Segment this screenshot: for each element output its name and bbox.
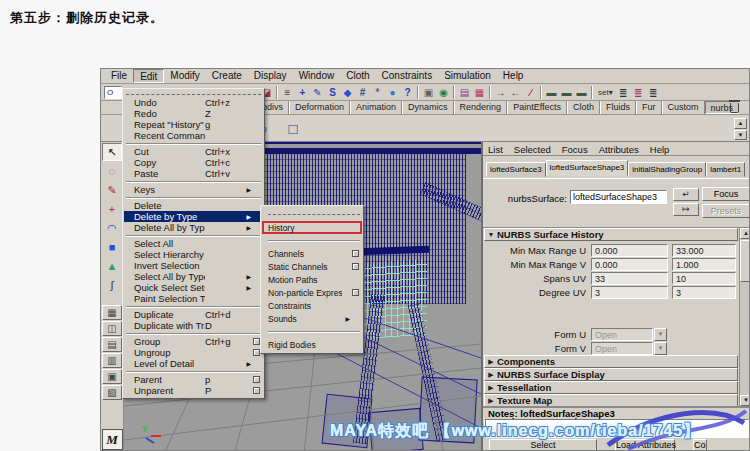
menubar-item[interactable]: Modify — [164, 69, 205, 83]
edit-menu-item[interactable]: Duplicate with Transform D ▶ — [124, 320, 263, 331]
layout-hypershade-icon[interactable]: ▣ — [102, 369, 122, 384]
swap-output-icon[interactable]: ↦ — [673, 203, 699, 216]
set-menu-label[interactable]: set▾ — [595, 85, 616, 100]
node-name-input[interactable] — [570, 190, 667, 204]
value-field[interactable]: 0.000 — [591, 244, 668, 257]
edit-menu-item[interactable]: Undo Ctrl+z ▶ — [124, 97, 263, 108]
edit-menu-item[interactable]: Cut Ctrl+x ▶ — [124, 146, 263, 157]
pen-icon[interactable]: ✎ — [310, 85, 325, 100]
help-icon[interactable]: ? — [400, 85, 415, 100]
render-current-icon[interactable]: ▬ — [544, 85, 559, 100]
swap-input-icon[interactable]: ↵ — [673, 188, 699, 201]
edit-menu-item[interactable]: Paste Ctrl+v ▶ — [124, 168, 263, 179]
lock-icon[interactable]: ▣ — [421, 85, 436, 100]
edit-menu-item[interactable]: Group Ctrl+g ▶ — [124, 336, 263, 347]
collapsed-section-header[interactable]: ▶ Components — [484, 355, 738, 368]
menubar-item[interactable]: Constraints — [376, 69, 439, 83]
soft-mod-tool[interactable]: ▲ — [102, 257, 122, 275]
ae-menu-item[interactable]: Selected — [514, 144, 551, 155]
form-dropdown[interactable]: Open — [591, 328, 653, 341]
edit-menu-item[interactable]: Recent Commands... ▶ — [124, 130, 263, 141]
scale-tool[interactable]: ■ — [102, 238, 122, 256]
edit-menu-item[interactable]: Delete All by Type ▶ — [124, 222, 263, 233]
channel-box-icon[interactable]: ▦ — [472, 85, 487, 100]
submenu-item[interactable]: ▶ — [262, 234, 362, 247]
show-output-icon[interactable]: ← — [508, 85, 523, 100]
value-field[interactable]: 10 — [672, 272, 736, 285]
shelf-tab[interactable]: Deformation — [289, 101, 350, 114]
lattice-icon[interactable]: # — [355, 85, 370, 100]
lasso-tool[interactable]: ◌ — [102, 162, 122, 180]
submenu-item[interactable]: ▶ — [262, 208, 362, 221]
edit-menu-item[interactable]: Repeat "History" g ▶ — [124, 119, 263, 130]
collapsed-section-header[interactable]: ▶ NURBS Surface Display — [484, 368, 738, 381]
ipr-render-icon[interactable]: ▬ — [559, 85, 574, 100]
option-box-icon[interactable] — [253, 387, 260, 394]
edit-menu-item[interactable]: Keys ▶ — [124, 184, 263, 195]
submenu-item[interactable]: Motion Paths ▶ — [262, 273, 362, 286]
option-box-icon[interactable] — [253, 376, 260, 383]
submenu-item[interactable]: Static Channels ▶ — [262, 260, 362, 273]
submenu-item[interactable]: History ▶ — [262, 221, 362, 234]
paint-select-tool[interactable]: ✎ — [102, 181, 122, 199]
edit-menu-item[interactable]: Unparent P ▶ — [124, 385, 263, 396]
edit-menu-item[interactable]: Duplicate Ctrl+d ▶ — [124, 309, 263, 320]
value-field[interactable]: 3 — [672, 286, 736, 299]
edit-menu-item[interactable]: Ungroup ▶ — [124, 347, 263, 358]
chevron-down-icon[interactable]: ▼ — [654, 342, 667, 355]
option-box-icon[interactable] — [352, 250, 359, 257]
shelf-tab[interactable]: Cloth — [567, 101, 600, 114]
ae-menu-item[interactable]: Help — [650, 144, 670, 155]
submenu-item[interactable]: Sounds ▶ — [262, 312, 362, 325]
menubar-item[interactable]: File — [105, 69, 133, 83]
edit-menu-item[interactable]: Delete by Type ▶ — [124, 211, 263, 222]
value-field[interactable]: 33.000 — [672, 244, 736, 257]
ae-tab[interactable]: loftedSurfaceShape3 — [546, 160, 629, 176]
scrollbar-thumb[interactable] — [740, 240, 750, 282]
edit-menu-item[interactable]: Paint Selection Tool ▶ — [124, 293, 263, 304]
shelf-tab[interactable]: Animation — [350, 101, 402, 114]
section-header-nurbs-history[interactable]: ▼ NURBS Surface History — [484, 228, 738, 241]
edit-menu-item[interactable]: Select All ▶ — [124, 238, 263, 249]
ae-menu-item[interactable]: Attributes — [599, 144, 639, 155]
menubar-item[interactable]: Cloth — [340, 69, 375, 83]
layout-persp-graph-icon[interactable]: ▥ — [102, 353, 122, 368]
rotate-tool[interactable]: ◠ — [102, 219, 122, 237]
construction-history-icon[interactable]: ∕ — [523, 85, 538, 100]
option-box-icon[interactable] — [352, 289, 359, 296]
option-box-icon[interactable] — [253, 349, 260, 356]
ae-menu-item[interactable]: List — [488, 144, 503, 155]
scroll-up-icon[interactable]: ▲ — [740, 228, 750, 239]
globe-icon[interactable]: ● — [385, 85, 400, 100]
dope-sheet-icon[interactable]: ≣ — [646, 85, 661, 100]
ae-scrollbar[interactable]: ▲ ▼ — [739, 228, 750, 406]
show-manip-tool[interactable]: ∫ — [102, 276, 122, 294]
option-box-icon[interactable] — [352, 263, 359, 270]
layout-four-icon[interactable]: ◫ — [102, 321, 122, 336]
ae-tab[interactable]: lambert1 — [706, 162, 745, 177]
option-box-icon[interactable] — [253, 338, 260, 345]
chevron-down-icon[interactable]: ▼ — [654, 328, 667, 341]
value-field[interactable]: 1.000 — [672, 258, 736, 271]
shelf-tab[interactable]: Fluids — [600, 101, 636, 114]
edit-menu-item[interactable]: Copy Ctrl+c ▶ — [124, 157, 263, 168]
submenu-item[interactable]: Channels ▶ — [262, 247, 362, 260]
focus-button[interactable]: Focus — [702, 187, 750, 201]
shelf-scroll-down-icon[interactable]: ▼ — [734, 130, 747, 141]
nurbs-square-icon[interactable]: □ — [281, 117, 305, 140]
layout-persp-outliner-icon[interactable]: ▤ — [102, 337, 122, 352]
edit-menu-item[interactable]: Quick Select Sets ▶ — [124, 282, 263, 293]
hypergraph-icon[interactable]: ≣ — [616, 85, 631, 100]
edit-menu-item[interactable]: Invert Selection ▶ — [124, 260, 263, 271]
shelf-tab[interactable]: PaintEffects — [507, 101, 567, 114]
ae-tab[interactable]: loftedSurface3 — [486, 162, 546, 177]
form-dropdown[interactable]: Open — [591, 342, 653, 355]
edit-menu-item[interactable]: Delete ▶ — [124, 200, 263, 211]
shelf-tab[interactable]: Fur — [636, 101, 662, 114]
graph-editor-icon[interactable]: ≣ — [631, 85, 646, 100]
move-tool[interactable]: + — [102, 200, 122, 218]
edit-menu-item[interactable]: Level of Detail ▶ — [124, 358, 263, 369]
submenu-item[interactable]: Constraints ▶ — [262, 299, 362, 312]
snap-menu-icon[interactable]: ≡ — [280, 85, 295, 100]
trash-icon[interactable] — [730, 103, 739, 113]
